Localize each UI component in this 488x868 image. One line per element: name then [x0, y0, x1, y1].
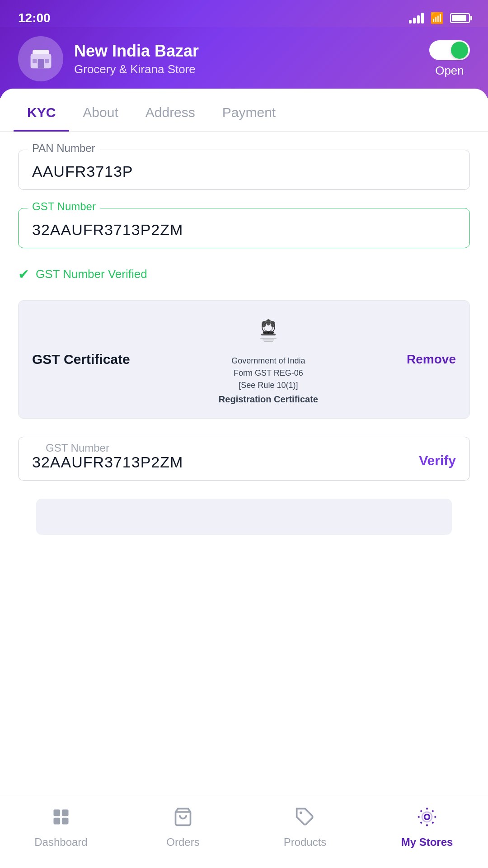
verify-button[interactable]: Verify — [419, 453, 456, 468]
open-toggle-area: Open — [429, 40, 470, 78]
store-type: Grocery & Kirana Store — [74, 62, 199, 76]
nav-label-orders: Orders — [166, 836, 199, 849]
partial-next-section — [36, 499, 452, 535]
gst-verified-text: GST Number Verified — [36, 267, 147, 281]
svg-rect-17 — [260, 338, 277, 339]
nav-item-products[interactable]: Products — [244, 807, 366, 849]
cert-card-label: GST Certificate — [32, 352, 130, 367]
cert-text-block: Government of India Form GST REG-06 [See… — [219, 355, 318, 405]
orders-icon — [173, 807, 193, 831]
gst-field-group-2: GST Number 32AAUFR3713P2ZM Verify — [18, 437, 470, 481]
signal-icon — [409, 13, 424, 24]
pan-field-group: PAN Number AAUFR3713P — [18, 150, 470, 190]
store-text: New India Bazar Grocery & Kirana Store — [74, 42, 199, 76]
gst-field-box[interactable]: GST Number 32AAUFR3713P2ZM — [18, 208, 470, 248]
pan-value: AAUFR3713P — [32, 163, 456, 180]
status-bar: 12:00 📶 — [0, 0, 488, 27]
svg-rect-20 — [54, 809, 61, 816]
battery-icon — [450, 13, 470, 23]
store-name: New India Bazar — [74, 42, 199, 61]
svg-point-7 — [271, 321, 275, 327]
cert-middle-content: Government of India Form GST REG-06 [See… — [219, 314, 318, 405]
cert-reg-text: Registration Certificate — [219, 394, 318, 405]
pan-label: PAN Number — [28, 142, 100, 155]
svg-rect-22 — [54, 817, 61, 824]
tab-payment[interactable]: Payment — [209, 89, 289, 131]
tab-about[interactable]: About — [69, 89, 131, 131]
kyc-form: PAN Number AAUFR3713P GST Number 32AAUFR… — [0, 132, 488, 562]
status-time: 12:00 — [18, 11, 51, 25]
svg-point-11 — [263, 332, 266, 334]
gst-verified-row: ✔ GST Number Verified — [18, 266, 470, 282]
bottom-navigation: Dashboard Orders Products — [0, 796, 488, 868]
svg-point-12 — [271, 332, 273, 334]
nav-label-mystores: My Stores — [401, 836, 453, 849]
svg-rect-19 — [264, 341, 273, 342]
gst-value: 32AAUFR3713P2ZM — [32, 221, 456, 239]
wifi-icon: 📶 — [430, 12, 444, 24]
nav-item-dashboard[interactable]: Dashboard — [0, 807, 122, 849]
gst-value-2: 32AAUFR3713P2ZM — [32, 453, 419, 471]
svg-rect-10 — [261, 334, 276, 335]
pan-field-box[interactable]: PAN Number AAUFR3713P — [18, 150, 470, 190]
svg-rect-3 — [45, 59, 49, 63]
tabs-bar: KYC About Address Payment — [0, 89, 488, 132]
toggle-label: Open — [435, 64, 464, 78]
nav-label-products: Products — [284, 836, 327, 849]
svg-point-8 — [266, 319, 271, 326]
svg-rect-21 — [62, 809, 69, 816]
svg-rect-23 — [62, 817, 69, 824]
gst-field-group: GST Number 32AAUFR3713P2ZM — [18, 208, 470, 248]
svg-point-24 — [300, 811, 302, 814]
status-icons: 📶 — [409, 12, 470, 24]
toggle-knob — [451, 42, 468, 59]
mystores-icon — [417, 807, 437, 831]
nav-item-mystores[interactable]: My Stores — [366, 807, 488, 849]
products-icon — [295, 807, 315, 831]
open-toggle[interactable] — [429, 40, 470, 60]
nav-item-orders[interactable]: Orders — [122, 807, 244, 849]
gst-certificate-card: GST Certificate — [18, 300, 470, 419]
svg-rect-2 — [33, 59, 37, 63]
svg-rect-1 — [38, 59, 44, 68]
cert-rule-text: [See Rule 10(1)] — [219, 379, 318, 392]
nav-label-dashboard: Dashboard — [34, 836, 87, 849]
dashboard-icon — [51, 807, 71, 831]
tab-kyc[interactable]: KYC — [14, 89, 69, 131]
gst-label-2: GST Number — [41, 442, 114, 454]
remove-button[interactable]: Remove — [407, 352, 456, 367]
tab-address[interactable]: Address — [132, 89, 209, 131]
gst-field-box-2[interactable]: GST Number 32AAUFR3713P2ZM Verify — [18, 437, 470, 481]
main-card: KYC About Address Payment PAN Number AAU… — [0, 89, 488, 812]
svg-point-25 — [425, 814, 430, 819]
cert-govt-text: Government of India — [219, 355, 318, 367]
svg-point-6 — [262, 321, 266, 327]
svg-rect-18 — [263, 340, 274, 340]
cert-form-text: Form GST REG-06 — [219, 367, 318, 379]
store-info: New India Bazar Grocery & Kirana Store — [18, 36, 199, 81]
gst-label: GST Number — [28, 200, 100, 213]
store-avatar — [18, 36, 63, 81]
header: New India Bazar Grocery & Kirana Store O… — [0, 27, 488, 98]
checkmark-icon: ✔ — [18, 266, 29, 282]
ashoka-emblem-icon — [250, 314, 286, 350]
